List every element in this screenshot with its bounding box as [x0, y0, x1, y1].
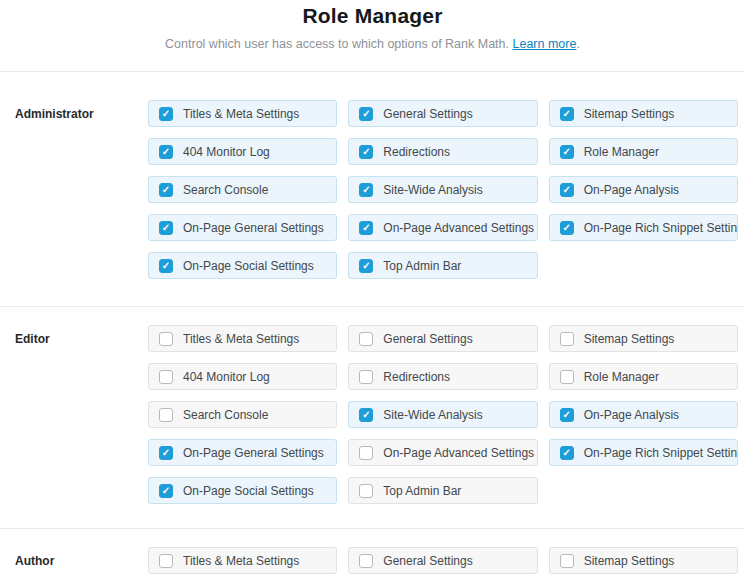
role-section-author: Author Titles & Meta Settings General Se… — [0, 529, 745, 574]
page-subtitle: Control which user has access to which o… — [0, 37, 745, 52]
capability-option[interactable]: 404 Monitor Log — [148, 363, 337, 390]
capability-label: On-Page Analysis — [584, 408, 679, 422]
capability-option[interactable]: ✓ Site-Wide Analysis — [348, 176, 537, 203]
checkbox-icon[interactable] — [560, 370, 574, 384]
capability-label: Site-Wide Analysis — [383, 408, 482, 422]
capability-option[interactable]: Search Console — [148, 401, 337, 428]
capability-label: General Settings — [383, 554, 472, 568]
checkbox-icon[interactable]: ✓ — [159, 484, 173, 498]
checkbox-icon[interactable] — [159, 554, 173, 568]
checkbox-icon[interactable]: ✓ — [560, 221, 574, 235]
checkbox-icon[interactable]: ✓ — [159, 446, 173, 460]
capability-label: 404 Monitor Log — [183, 370, 270, 384]
capability-label: On-Page General Settings — [183, 221, 324, 235]
capability-option[interactable]: ✓ On-Page General Settings — [148, 439, 337, 466]
role-options-grid: Titles & Meta Settings General Settings … — [148, 325, 738, 504]
subtitle-period: . — [576, 37, 579, 51]
capability-option[interactable]: ✓ On-Page Rich Snippet Settings — [549, 214, 738, 241]
checkbox-icon[interactable] — [159, 408, 173, 422]
capability-option[interactable]: ✓ On-Page Advanced Settings — [348, 214, 537, 241]
capability-label: Titles & Meta Settings — [183, 107, 299, 121]
checkbox-icon[interactable]: ✓ — [359, 183, 373, 197]
checkbox-icon[interactable]: ✓ — [359, 259, 373, 273]
capability-label: Role Manager — [584, 370, 659, 384]
capability-option[interactable]: ✓ Sitemap Settings — [549, 100, 738, 127]
page-header: Role Manager Control which user has acce… — [0, 0, 745, 71]
checkbox-icon[interactable] — [359, 332, 373, 346]
capability-label: Titles & Meta Settings — [183, 332, 299, 346]
capability-label: On-Page Rich Snippet Settings — [584, 446, 738, 460]
checkbox-icon[interactable]: ✓ — [359, 145, 373, 159]
learn-more-link[interactable]: Learn more — [512, 37, 576, 51]
role-options-grid: ✓ Titles & Meta Settings ✓ General Setti… — [148, 100, 738, 279]
capability-option[interactable]: ✓ Top Admin Bar — [348, 252, 537, 279]
capability-option[interactable]: ✓ Titles & Meta Settings — [148, 100, 337, 127]
capability-label: Redirections — [383, 370, 450, 384]
checkbox-icon[interactable] — [560, 554, 574, 568]
capability-option[interactable]: Redirections — [348, 363, 537, 390]
capability-option[interactable]: ✓ Role Manager — [549, 138, 738, 165]
checkbox-icon[interactable] — [560, 332, 574, 346]
capability-label: On-Page General Settings — [183, 446, 324, 460]
checkbox-icon[interactable]: ✓ — [159, 145, 173, 159]
checkbox-icon[interactable]: ✓ — [560, 408, 574, 422]
capability-label: Search Console — [183, 183, 268, 197]
checkbox-icon[interactable]: ✓ — [359, 408, 373, 422]
checkbox-icon[interactable]: ✓ — [159, 221, 173, 235]
capability-label: Sitemap Settings — [584, 107, 675, 121]
checkbox-icon[interactable]: ✓ — [359, 221, 373, 235]
role-name: Author — [15, 547, 148, 574]
capability-option[interactable]: ✓ On-Page Social Settings — [148, 477, 337, 504]
capability-label: Titles & Meta Settings — [183, 554, 299, 568]
capability-option[interactable]: ✓ 404 Monitor Log — [148, 138, 337, 165]
page-title: Role Manager — [0, 4, 745, 28]
checkbox-icon[interactable]: ✓ — [359, 107, 373, 121]
checkbox-icon[interactable] — [359, 370, 373, 384]
capability-label: 404 Monitor Log — [183, 145, 270, 159]
capability-label: Top Admin Bar — [383, 484, 461, 498]
checkbox-icon[interactable]: ✓ — [560, 183, 574, 197]
capability-option[interactable]: Top Admin Bar — [348, 477, 537, 504]
checkbox-icon[interactable]: ✓ — [560, 145, 574, 159]
capability-label: Search Console — [183, 408, 268, 422]
role-section-administrator: Administrator ✓ Titles & Meta Settings ✓… — [0, 72, 745, 306]
capability-option[interactable]: Titles & Meta Settings — [148, 547, 337, 574]
capability-option[interactable]: General Settings — [348, 325, 537, 352]
checkbox-icon[interactable]: ✓ — [560, 446, 574, 460]
capability-label: On-Page Analysis — [584, 183, 679, 197]
capability-option[interactable]: ✓ General Settings — [348, 100, 537, 127]
capability-option[interactable]: Sitemap Settings — [549, 547, 738, 574]
capability-label: General Settings — [383, 332, 472, 346]
checkbox-icon[interactable] — [159, 332, 173, 346]
role-section-editor: Editor Titles & Meta Settings General Se… — [0, 307, 745, 528]
subtitle-text: Control which user has access to which o… — [165, 37, 512, 51]
checkbox-icon[interactable]: ✓ — [159, 183, 173, 197]
checkbox-icon[interactable] — [359, 554, 373, 568]
capability-option[interactable]: Role Manager — [549, 363, 738, 390]
capability-option[interactable]: ✓ Redirections — [348, 138, 537, 165]
checkbox-icon[interactable]: ✓ — [560, 107, 574, 121]
capability-option[interactable]: ✓ Search Console — [148, 176, 337, 203]
role-options-grid: Titles & Meta Settings General Settings … — [148, 547, 738, 574]
checkbox-icon[interactable]: ✓ — [159, 107, 173, 121]
capability-option[interactable]: ✓ Site-Wide Analysis — [348, 401, 537, 428]
role-name: Administrator — [15, 100, 148, 279]
capability-option[interactable]: ✓ On-Page General Settings — [148, 214, 337, 241]
capability-option[interactable]: On-Page Advanced Settings — [348, 439, 537, 466]
checkbox-icon[interactable] — [159, 370, 173, 384]
capability-label: On-Page Rich Snippet Settings — [584, 221, 738, 235]
checkbox-icon[interactable] — [359, 446, 373, 460]
capability-label: On-Page Advanced Settings — [383, 446, 534, 460]
capability-option[interactable]: ✓ On-Page Analysis — [549, 176, 738, 203]
capability-option[interactable]: ✓ On-Page Rich Snippet Settings — [549, 439, 738, 466]
checkbox-icon[interactable] — [359, 484, 373, 498]
capability-option[interactable]: General Settings — [348, 547, 537, 574]
capability-option[interactable]: Titles & Meta Settings — [148, 325, 337, 352]
capability-label: Site-Wide Analysis — [383, 183, 482, 197]
capability-option[interactable]: Sitemap Settings — [549, 325, 738, 352]
capability-option[interactable]: ✓ On-Page Analysis — [549, 401, 738, 428]
capability-label: Role Manager — [584, 145, 659, 159]
capability-label: Top Admin Bar — [383, 259, 461, 273]
capability-option[interactable]: ✓ On-Page Social Settings — [148, 252, 337, 279]
checkbox-icon[interactable]: ✓ — [159, 259, 173, 273]
